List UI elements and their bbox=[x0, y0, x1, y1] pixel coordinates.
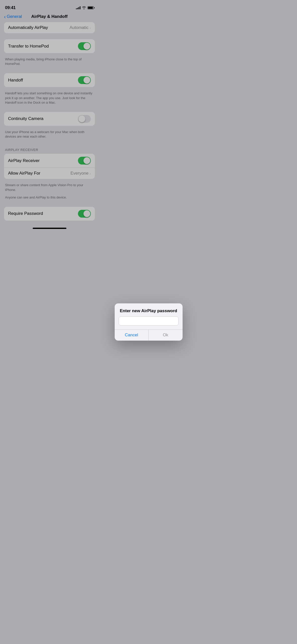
modal-overlay[interactable]: Enter new AirPlay password Cancel Ok bbox=[0, 0, 99, 230]
